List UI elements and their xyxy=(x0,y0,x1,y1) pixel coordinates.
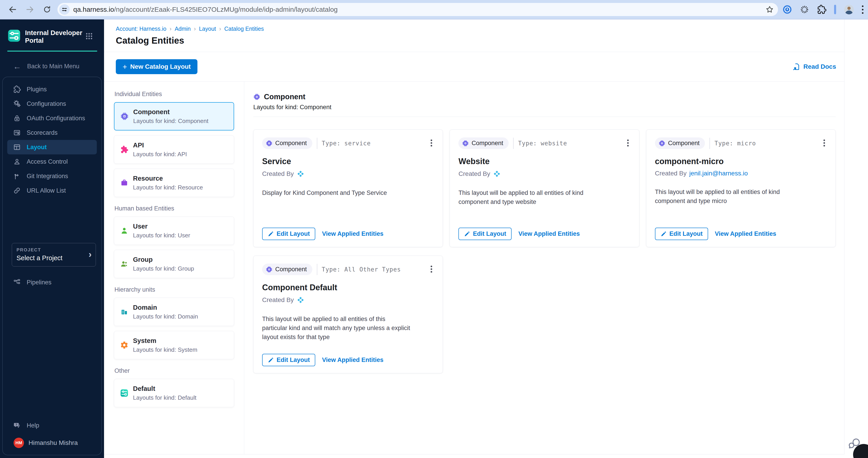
browser-back-button[interactable] xyxy=(8,5,17,14)
back-label: Back to Main Menu xyxy=(27,63,80,70)
edit-layout-button[interactable]: Edit Layout xyxy=(458,228,512,240)
created-by-label: Created By xyxy=(262,296,294,304)
card-header: Component Type: All Other Types xyxy=(262,264,434,275)
sidebar-item-configurations[interactable]: Configurations xyxy=(7,97,97,111)
browser-menu-button[interactable] xyxy=(862,4,864,15)
entity-item-api[interactable]: APILayouts for kind: API xyxy=(114,135,234,164)
help-chat-icon: ? xyxy=(13,422,21,429)
project-label: PROJECT xyxy=(17,247,91,253)
sidebar-item-scorecards[interactable]: Scorecards xyxy=(7,126,97,140)
entity-item-user[interactable]: UserLayouts for kind: User xyxy=(114,217,234,245)
badge-label: Component xyxy=(275,140,307,147)
page-title: Catalog Entities xyxy=(116,35,844,46)
created-by-label: Created By xyxy=(458,170,490,177)
card-menu-button[interactable] xyxy=(625,137,630,149)
type-label: Type: micro xyxy=(714,140,756,147)
breadcrumb-layout[interactable]: Layout xyxy=(199,26,216,32)
layout-card-service: Component Type: service Service Created … xyxy=(253,130,443,247)
card-menu-button[interactable] xyxy=(822,137,827,149)
sidebar-item-access-control[interactable]: Access Control xyxy=(7,154,97,169)
entity-item-component[interactable]: ComponentLayouts for kind: Component xyxy=(114,102,234,130)
entity-subtitle: Layouts for kind: Domain xyxy=(133,313,198,320)
url-bar[interactable]: qa.harness.io/ng/account/zEaak-FLS425IEO… xyxy=(57,3,778,16)
user-menu[interactable]: HM Himanshu Mishra xyxy=(13,438,99,448)
entity-subtitle: Layouts for kind: Default xyxy=(133,394,196,401)
back-to-main-menu[interactable]: ← Back to Main Menu xyxy=(13,63,104,70)
scorecard-icon xyxy=(13,129,21,136)
entity-title: Resource xyxy=(133,175,203,182)
new-catalog-layout-button[interactable]: + New Catalog Layout xyxy=(116,59,197,74)
sidebar-item-git-integrations[interactable]: Git Integrations xyxy=(7,169,97,183)
main-panel: Account: Harness.io › Admin › Layout › C… xyxy=(104,20,844,454)
entity-item-domain[interactable]: DomainLayouts for kind: Domain xyxy=(114,298,234,326)
breadcrumb-catalog-entities[interactable]: Catalog Entities xyxy=(224,26,264,32)
bookmark-star-icon[interactable] xyxy=(765,5,774,14)
read-docs-link[interactable]: Read Docs xyxy=(793,63,836,71)
view-applied-entities-link[interactable]: View Applied Entities xyxy=(518,230,580,237)
kind-badge: Component xyxy=(655,137,705,149)
extension-spinner-icon[interactable] xyxy=(800,5,809,14)
edit-layout-button[interactable]: Edit Layout xyxy=(262,354,315,366)
entity-title: User xyxy=(133,223,190,230)
read-docs-label: Read Docs xyxy=(803,63,836,70)
url-text[interactable]: qa.harness.io/ng/account/zEaak-FLS425IEO… xyxy=(73,6,765,13)
card-header: Component Type: website xyxy=(458,137,630,149)
sidebar-item-label: URL Allow List xyxy=(27,187,66,194)
entity-item-system[interactable]: SystemLayouts for kind: System xyxy=(114,331,234,359)
card-footer: Edit Layout View Applied Entities xyxy=(458,228,630,240)
layout-title: Website xyxy=(458,157,630,166)
git-branch-icon xyxy=(13,172,21,180)
sidebar-item-layout[interactable]: Layout xyxy=(7,140,97,154)
entity-item-group[interactable]: GroupLayouts for kind: Group xyxy=(114,250,234,278)
view-applied-entities-link[interactable]: View Applied Entities xyxy=(322,230,383,237)
entity-item-resource[interactable]: ResourceLayouts for kind: Resource xyxy=(114,169,234,197)
project-value: Select a Project xyxy=(17,254,91,262)
component-chip-icon xyxy=(266,266,273,273)
breadcrumb-admin[interactable]: Admin xyxy=(175,26,191,32)
sidebar-item-plugins[interactable]: Plugins xyxy=(7,82,97,97)
group-people-icon xyxy=(120,260,128,268)
sidebar-item-label: OAuth Configurations xyxy=(27,115,85,122)
profile-avatar[interactable] xyxy=(844,4,854,15)
sidebar-item-oauth-configurations[interactable]: OAuth Configurations xyxy=(7,111,97,126)
card-menu-button[interactable] xyxy=(429,264,434,275)
entity-subtitle: Layouts for kind: Resource xyxy=(133,184,203,191)
sidebar-menu-panel: Plugins Configurations OAuth Configurati… xyxy=(2,77,102,455)
edit-layout-label: Edit Layout xyxy=(473,230,506,237)
edit-layout-button[interactable]: Edit Layout xyxy=(262,228,315,240)
type-label: Type: service xyxy=(322,140,371,147)
creator-email-link[interactable]: jenil.jain@harness.io xyxy=(689,170,748,177)
section-label: Hierarchy units xyxy=(115,286,234,293)
browser-reload-button[interactable] xyxy=(42,5,52,14)
app-brand: Internal Developer Portal xyxy=(0,20,104,44)
edit-layout-button[interactable]: Edit Layout xyxy=(655,228,708,240)
back-arrow-icon: ← xyxy=(13,63,21,70)
created-by-row: Created By jenil.jain@harness.io xyxy=(655,170,827,177)
app-switcher-grid-icon[interactable] xyxy=(85,32,93,40)
sidebar-item-help[interactable]: ? Help xyxy=(7,418,97,433)
card-footer: Edit Layout View Applied Entities xyxy=(262,354,434,366)
card-menu-button[interactable] xyxy=(429,137,434,149)
breadcrumb-account[interactable]: Account: Harness.io xyxy=(116,26,166,32)
back-icon xyxy=(8,5,17,14)
password-manager-extension-icon[interactable] xyxy=(782,5,792,14)
sidebar-item-label: Access Control xyxy=(27,158,68,165)
component-chip-icon xyxy=(658,140,665,147)
project-selector[interactable]: PROJECT Select a Project › xyxy=(12,243,96,266)
browser-forward-button[interactable] xyxy=(25,5,34,14)
sidebar-item-url-allow-list[interactable]: URL Allow List xyxy=(7,183,97,198)
brand-divider xyxy=(7,51,97,52)
browser-toolbar: qa.harness.io/ng/account/zEaak-FLS425IEO… xyxy=(0,0,868,20)
view-applied-entities-link[interactable]: View Applied Entities xyxy=(322,357,383,363)
site-settings-button[interactable] xyxy=(59,4,70,15)
user-avatar: HM xyxy=(13,438,24,448)
chevron-separator-icon: › xyxy=(219,25,221,32)
entity-item-default[interactable]: DefaultLayouts for kind: Default xyxy=(114,379,234,407)
entity-subtitle: Layouts for kind: System xyxy=(133,346,197,353)
sidebar-bottom: ? Help HM Himanshu Mishra xyxy=(5,418,99,452)
entity-title: Default xyxy=(133,385,196,392)
extensions-puzzle-icon[interactable] xyxy=(817,5,827,14)
entity-title: Group xyxy=(133,256,194,263)
view-applied-entities-link[interactable]: View Applied Entities xyxy=(715,230,776,237)
sidebar-item-pipelines[interactable]: Pipelines xyxy=(7,275,97,290)
